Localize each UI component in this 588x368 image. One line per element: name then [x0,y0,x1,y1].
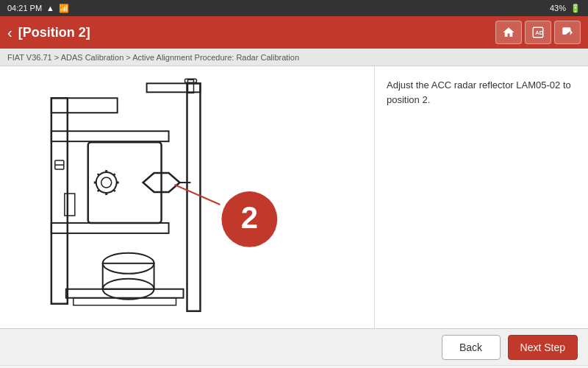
instruction-text: Adjust the ACC radar reflector LAM05-02 … [387,78,576,107]
breadcrumb: FIAT V36.71 > ADAS Calibration > Active … [0,49,588,66]
back-arrow-icon[interactable]: ‹ [7,24,12,41]
text-panel: Adjust the ACC radar reflector LAM05-02 … [375,66,588,328]
status-bar: 04:21 PM ▲ 📶 43% 🔋 [0,0,588,16]
diag-button[interactable]: AD [525,21,551,44]
time-display: 04:21 PM [7,4,42,13]
next-step-button[interactable]: Next Step [508,335,578,360]
diag-icon: AD [531,26,545,39]
battery-icon: 🔋 [570,4,581,13]
export-icon [561,26,574,39]
page-title: [Position 2] [18,25,90,40]
main-content: 2 Adjust the ACC radar reflector LAM05-0… [0,66,588,328]
svg-line-20 [114,190,115,191]
back-button[interactable]: Back [442,335,501,360]
home-button[interactable] [495,21,522,44]
svg-text:2: 2 [241,200,258,235]
battery-level: 43% [550,4,566,13]
home-icon [502,26,515,39]
diagram-area: 2 [0,66,375,328]
diagram-svg: 2 [0,66,374,328]
svg-line-21 [98,190,99,191]
svg-line-22 [114,174,115,175]
action-bar: Back Next Step [0,328,588,365]
title-bar: ‹ [Position 2] AD [0,16,588,49]
export-button[interactable] [554,21,581,44]
signal-icon: 📶 [59,4,69,13]
bottom-bar: Fiat ZFA33400DP737213 [0,365,588,368]
wifi-icon: ▲ [46,4,54,13]
svg-line-19 [98,174,99,175]
svg-text:AD: AD [535,29,543,36]
